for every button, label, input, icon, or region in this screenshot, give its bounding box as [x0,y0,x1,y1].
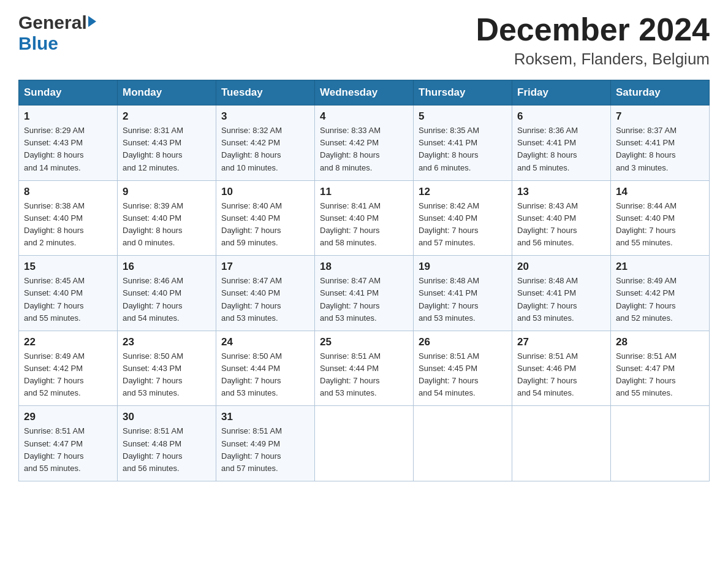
day-info: Sunrise: 8:31 AMSunset: 4:43 PMDaylight:… [123,126,183,172]
day-number: 16 [123,261,211,273]
calendar-cell: 6 Sunrise: 8:36 AMSunset: 4:41 PMDayligh… [512,105,611,181]
day-info: Sunrise: 8:51 AMSunset: 4:49 PMDaylight:… [221,426,282,472]
day-number: 27 [517,336,605,348]
day-number: 4 [320,110,408,123]
calendar-cell: 20 Sunrise: 8:48 AMSunset: 4:41 PMDaylig… [512,256,611,331]
day-number: 13 [517,186,605,198]
day-info: Sunrise: 8:42 AMSunset: 4:40 PMDaylight:… [419,201,479,247]
calendar-cell: 9 Sunrise: 8:39 AMSunset: 4:40 PMDayligh… [118,180,216,256]
day-of-week-header: Thursday [414,80,512,105]
day-number: 21 [616,261,704,273]
day-number: 14 [616,186,704,198]
calendar-cell: 13 Sunrise: 8:43 AMSunset: 4:40 PMDaylig… [512,180,611,256]
calendar-cell: 14 Sunrise: 8:44 AMSunset: 4:40 PMDaylig… [611,180,710,256]
day-number: 6 [517,110,605,123]
day-number: 5 [419,110,507,123]
calendar-cell: 12 Sunrise: 8:42 AMSunset: 4:40 PMDaylig… [414,180,512,256]
day-info: Sunrise: 8:43 AMSunset: 4:40 PMDaylight:… [517,201,578,247]
page-header: General Blue December 2024 Roksem, Fland… [18,12,710,69]
calendar-week-row: 15 Sunrise: 8:45 AMSunset: 4:40 PMDaylig… [19,256,710,331]
day-of-week-header: Monday [118,80,216,105]
day-info: Sunrise: 8:44 AMSunset: 4:40 PMDaylight:… [616,201,677,247]
day-of-week-header: Tuesday [216,80,315,105]
day-info: Sunrise: 8:32 AMSunset: 4:42 PMDaylight:… [221,126,282,172]
day-info: Sunrise: 8:49 AMSunset: 4:42 PMDaylight:… [24,351,85,397]
day-number: 18 [320,261,408,273]
day-number: 31 [221,411,309,423]
day-info: Sunrise: 8:36 AMSunset: 4:41 PMDaylight:… [517,126,578,172]
calendar-week-row: 1 Sunrise: 8:29 AMSunset: 4:43 PMDayligh… [19,105,710,181]
day-info: Sunrise: 8:51 AMSunset: 4:48 PMDaylight:… [123,426,183,472]
day-of-week-header: Sunday [19,80,118,105]
day-info: Sunrise: 8:41 AMSunset: 4:40 PMDaylight:… [320,201,381,247]
day-info: Sunrise: 8:40 AMSunset: 4:40 PMDaylight:… [221,201,282,247]
calendar-cell: 28 Sunrise: 8:51 AMSunset: 4:47 PMDaylig… [611,331,710,406]
calendar-week-row: 22 Sunrise: 8:49 AMSunset: 4:42 PMDaylig… [19,331,710,406]
day-info: Sunrise: 8:45 AMSunset: 4:40 PMDaylight:… [24,276,85,322]
calendar-cell: 3 Sunrise: 8:32 AMSunset: 4:42 PMDayligh… [216,105,315,181]
day-number: 12 [419,186,507,198]
day-number: 30 [123,411,211,423]
day-number: 1 [24,110,112,123]
day-info: Sunrise: 8:35 AMSunset: 4:41 PMDaylight:… [419,126,479,172]
day-info: Sunrise: 8:37 AMSunset: 4:41 PMDaylight:… [616,126,677,172]
calendar-cell: 7 Sunrise: 8:37 AMSunset: 4:41 PMDayligh… [611,105,710,181]
calendar-cell: 11 Sunrise: 8:41 AMSunset: 4:40 PMDaylig… [315,180,414,256]
day-info: Sunrise: 8:47 AMSunset: 4:40 PMDaylight:… [221,276,282,322]
day-number: 17 [221,261,309,273]
day-number: 23 [123,336,211,348]
day-info: Sunrise: 8:51 AMSunset: 4:44 PMDaylight:… [320,351,381,397]
day-info: Sunrise: 8:33 AMSunset: 4:42 PMDaylight:… [320,126,381,172]
calendar-cell: 5 Sunrise: 8:35 AMSunset: 4:41 PMDayligh… [414,105,512,181]
calendar-cell: 27 Sunrise: 8:51 AMSunset: 4:46 PMDaylig… [512,331,611,406]
day-number: 20 [517,261,605,273]
day-info: Sunrise: 8:50 AMSunset: 4:44 PMDaylight:… [221,351,282,397]
month-title: December 2024 [476,12,710,47]
calendar-cell: 22 Sunrise: 8:49 AMSunset: 4:42 PMDaylig… [19,331,118,406]
calendar-cell: 25 Sunrise: 8:51 AMSunset: 4:44 PMDaylig… [315,331,414,406]
day-of-week-header: Friday [512,80,611,105]
logo-arrow-icon [88,16,96,27]
calendar-cell: 16 Sunrise: 8:46 AMSunset: 4:40 PMDaylig… [118,256,216,331]
day-info: Sunrise: 8:48 AMSunset: 4:41 PMDaylight:… [517,276,578,322]
calendar-cell: 1 Sunrise: 8:29 AMSunset: 4:43 PMDayligh… [19,105,118,181]
day-number: 26 [419,336,507,348]
day-info: Sunrise: 8:48 AMSunset: 4:41 PMDaylight:… [419,276,479,322]
day-number: 3 [221,110,309,123]
calendar-cell: 26 Sunrise: 8:51 AMSunset: 4:45 PMDaylig… [414,331,512,406]
day-of-week-header: Saturday [611,80,710,105]
day-number: 28 [616,336,704,348]
day-number: 8 [24,186,112,198]
calendar-week-row: 8 Sunrise: 8:38 AMSunset: 4:40 PMDayligh… [19,180,710,256]
day-info: Sunrise: 8:51 AMSunset: 4:47 PMDaylight:… [24,426,85,472]
day-number: 19 [419,261,507,273]
day-number: 15 [24,261,112,273]
day-of-week-header: Wednesday [315,80,414,105]
calendar-header-row: SundayMondayTuesdayWednesdayThursdayFrid… [19,80,710,105]
calendar-cell: 17 Sunrise: 8:47 AMSunset: 4:40 PMDaylig… [216,256,315,331]
calendar-cell: 29 Sunrise: 8:51 AMSunset: 4:47 PMDaylig… [19,406,118,481]
day-info: Sunrise: 8:51 AMSunset: 4:47 PMDaylight:… [616,351,677,397]
day-info: Sunrise: 8:51 AMSunset: 4:45 PMDaylight:… [419,351,479,397]
calendar-cell: 8 Sunrise: 8:38 AMSunset: 4:40 PMDayligh… [19,180,118,256]
calendar-cell: 31 Sunrise: 8:51 AMSunset: 4:49 PMDaylig… [216,406,315,481]
day-info: Sunrise: 8:50 AMSunset: 4:43 PMDaylight:… [123,351,183,397]
calendar-cell [611,406,710,481]
calendar-cell [315,406,414,481]
day-number: 11 [320,186,408,198]
day-number: 24 [221,336,309,348]
calendar-cell: 18 Sunrise: 8:47 AMSunset: 4:41 PMDaylig… [315,256,414,331]
day-number: 7 [616,110,704,123]
day-number: 10 [221,186,309,198]
day-info: Sunrise: 8:29 AMSunset: 4:43 PMDaylight:… [24,126,85,172]
calendar-cell: 23 Sunrise: 8:50 AMSunset: 4:43 PMDaylig… [118,331,216,406]
day-info: Sunrise: 8:46 AMSunset: 4:40 PMDaylight:… [123,276,183,322]
calendar-cell: 21 Sunrise: 8:49 AMSunset: 4:42 PMDaylig… [611,256,710,331]
day-info: Sunrise: 8:39 AMSunset: 4:40 PMDaylight:… [123,201,183,247]
day-number: 9 [123,186,211,198]
logo: General Blue [18,12,96,54]
calendar-week-row: 29 Sunrise: 8:51 AMSunset: 4:47 PMDaylig… [19,406,710,481]
day-number: 2 [123,110,211,123]
logo-general-text: General [18,12,87,33]
day-number: 25 [320,336,408,348]
